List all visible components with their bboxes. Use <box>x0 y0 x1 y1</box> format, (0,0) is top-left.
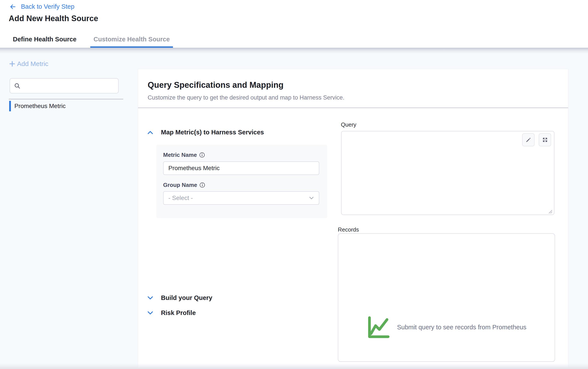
chevron-down-icon <box>309 196 314 200</box>
select-placeholder: - Select - <box>168 195 193 201</box>
back-link-label: Back to Verify Step <box>21 3 74 10</box>
panel-subtitle: Customize the query to get the desired o… <box>148 94 344 101</box>
selected-indicator-bar <box>9 101 11 111</box>
add-metric-label: Add Metric <box>17 60 48 68</box>
sidebar-divider <box>9 99 123 99</box>
line-chart-icon <box>367 314 391 340</box>
page-header: Back to Verify Step Add New Health Sourc… <box>0 0 588 48</box>
edit-query-button[interactable] <box>522 133 535 146</box>
add-metric-button[interactable]: Add Metric <box>9 60 48 68</box>
query-label: Query <box>341 121 356 128</box>
expand-query-button[interactable] <box>539 133 551 146</box>
section-label: Build your Query <box>161 294 212 301</box>
group-name-label-row: Group Name <box>163 182 205 189</box>
sidebar-item-prometheus-metric[interactable]: Prometheus Metric <box>0 101 138 111</box>
metrics-sidebar: Add Metric Prometheus Metric <box>0 48 138 369</box>
fullscreen-icon <box>542 137 548 143</box>
records-label: Records <box>338 226 359 233</box>
chevron-down-icon <box>147 296 154 300</box>
metric-mapping-form: Metric Name Group Name <box>156 145 327 218</box>
metric-name-input[interactable] <box>163 161 319 175</box>
section-label: Map Metric(s) to Harness Services <box>161 129 264 136</box>
section-risk-profile[interactable]: Risk Profile <box>147 309 196 317</box>
section-build-your-query[interactable]: Build your Query <box>147 294 212 301</box>
group-name-label: Group Name <box>163 182 197 189</box>
panel-divider <box>138 108 568 108</box>
back-arrow-icon <box>9 3 17 10</box>
metric-search-box <box>10 78 119 93</box>
tab-define-health-source[interactable]: Define Health Source <box>10 32 80 48</box>
chevron-up-icon <box>147 130 154 135</box>
records-empty-text: Submit query to see records from Prometh… <box>397 324 526 331</box>
section-map-metrics-to-harness-services[interactable]: Map Metric(s) to Harness Services <box>147 129 264 136</box>
tab-customize-health-source[interactable]: Customize Health Source <box>90 32 173 48</box>
chevron-down-icon <box>147 311 154 315</box>
query-specifications-panel: Query Specifications and Mapping Customi… <box>138 69 568 369</box>
pencil-icon <box>525 137 532 143</box>
group-name-select[interactable]: - Select - <box>163 191 319 205</box>
panel-title: Query Specifications and Mapping <box>148 80 284 90</box>
tab-bar: Define Health Source Customize Health So… <box>10 32 183 48</box>
page-title: Add New Health Source <box>9 14 98 23</box>
info-icon <box>199 152 205 158</box>
back-to-verify-step-link[interactable]: Back to Verify Step <box>9 3 74 10</box>
metric-search-input[interactable] <box>23 82 114 90</box>
plus-icon <box>9 60 16 67</box>
metric-name-label-row: Metric Name <box>163 152 205 158</box>
metric-name-label: Metric Name <box>163 152 197 158</box>
records-empty-state: Submit query to see records from Prometh… <box>338 314 555 340</box>
section-label: Risk Profile <box>161 309 196 317</box>
info-icon <box>199 182 205 188</box>
search-icon <box>14 83 21 89</box>
add-health-source-page: Back to Verify Step Add New Health Sourc… <box>0 0 588 369</box>
metric-item-label: Prometheus Metric <box>14 103 66 110</box>
records-panel: Submit query to see records from Prometh… <box>338 233 555 362</box>
